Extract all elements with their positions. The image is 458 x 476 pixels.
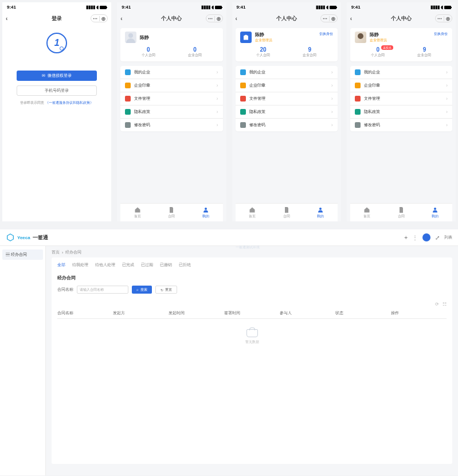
phone-login-button[interactable]: 手机号码登录	[17, 85, 97, 96]
menu-label: 文件管理	[364, 96, 380, 102]
menu-label: 文件管理	[249, 96, 265, 102]
stat-company-num: 0	[171, 46, 218, 53]
desktop-header: Yeeca 一签通 + ⋮ ⤢ 列表	[0, 229, 458, 246]
back-icon[interactable]: ‹	[350, 15, 352, 22]
wifi-icon: ◖	[212, 5, 214, 10]
menu-my-company[interactable]: 我的企业	[350, 66, 452, 79]
capsule-menu-icon[interactable]: ⋯	[206, 16, 214, 21]
reload-icon[interactable]: ⟳	[435, 302, 439, 307]
columns-icon[interactable]: ☷	[443, 302, 447, 307]
miniprogram-capsule[interactable]: ⋯ ◎	[320, 14, 338, 22]
tab-rejected[interactable]: 已拒绝	[179, 262, 191, 269]
capsule-close-icon[interactable]: ◎	[214, 16, 222, 21]
user-row: 陈静 企业管理员 切换身份	[355, 32, 448, 43]
tab-contract[interactable]: 合同	[269, 204, 303, 221]
miniprogram-capsule[interactable]: ⋯ ◎	[435, 14, 452, 22]
tab-home[interactable]: 首页	[236, 204, 269, 221]
stat-personal[interactable]: 20 个人合同	[240, 46, 287, 58]
back-icon[interactable]: ‹	[236, 15, 237, 22]
menu-label: 我的企业	[249, 69, 265, 75]
stat-company-label: 企业合同	[401, 53, 448, 58]
menu-my-company[interactable]: 我的企业	[120, 66, 222, 79]
tab-expired[interactable]: 已过期	[141, 262, 153, 269]
capsule-menu-icon[interactable]: ⋯	[321, 16, 329, 21]
back-icon[interactable]: ‹	[120, 15, 122, 22]
switch-role-link[interactable]: 切换身份	[434, 32, 448, 37]
tab-label: 我的	[317, 214, 324, 219]
tab-pending-others[interactable]: 待他人处理	[95, 262, 115, 269]
lock-icon	[355, 122, 361, 128]
capsule-menu-icon[interactable]: ⋯	[91, 16, 99, 21]
menu-privacy[interactable]: 隐私政策	[120, 106, 222, 119]
tab-mine[interactable]: 我的	[418, 204, 452, 221]
stat-personal[interactable]: 0 个人合同	[125, 46, 171, 58]
col-status: 状态	[335, 310, 391, 316]
header-menu-label[interactable]: 列表	[444, 235, 452, 240]
company-icon	[125, 69, 131, 75]
tab-all[interactable]: 全部	[57, 262, 65, 269]
folder-icon	[125, 96, 131, 102]
nav-bar: ‹ 个人中心 ⋯ ◎	[347, 12, 456, 25]
status-time: 9:41	[351, 5, 361, 10]
status-bar: 9:41 ▮▮▮▮ ◖	[347, 2, 456, 12]
menu-company-seal[interactable]: 企业印章	[120, 79, 222, 92]
menu-company-seal[interactable]: 企业印章	[236, 79, 338, 92]
tab-done[interactable]: 已完成	[122, 262, 134, 269]
reset-button[interactable]: ↻重置	[155, 286, 177, 294]
sidebar-item-contracts[interactable]: ▤ 经办合同	[2, 249, 43, 260]
miniprogram-capsule[interactable]: ⋯ ◎	[206, 14, 223, 22]
tab-label: 我的	[202, 214, 209, 219]
user-avatar[interactable]	[422, 233, 430, 241]
miniprogram-capsule[interactable]: ⋯ ◎	[91, 14, 108, 22]
menu-my-company[interactable]: 我的企业	[236, 66, 338, 79]
consent-link[interactable]: 《一签通服务协议和隐私政策》	[45, 101, 93, 104]
menu-files[interactable]: 文件管理	[120, 92, 222, 106]
contract-name-input[interactable]: 请输入合同名称	[77, 286, 128, 294]
tab-pending-me[interactable]: 待我处理	[72, 262, 88, 269]
menu-password[interactable]: 修改密码	[350, 119, 452, 131]
stat-personal[interactable]: 0 未实名 个人合同	[355, 46, 401, 58]
plus-icon[interactable]: +	[404, 235, 408, 241]
stat-company[interactable]: 9 企业合同	[401, 46, 448, 58]
signal-icon: ▮▮▮▮	[430, 5, 440, 10]
tab-home[interactable]: 首页	[350, 204, 384, 221]
expand-icon[interactable]: ⤢	[435, 235, 440, 241]
wechat-login-button[interactable]: ✉ 微信授权登录	[17, 71, 97, 81]
menu-files[interactable]: 文件管理	[350, 92, 452, 106]
search-button[interactable]: ⌕搜索	[132, 286, 152, 294]
wifi-icon: ◖	[441, 5, 443, 10]
stat-personal-num: 0	[125, 46, 171, 53]
back-icon[interactable]: ‹	[6, 15, 7, 22]
switch-role-link[interactable]: 切换身份	[319, 32, 333, 37]
menu-privacy[interactable]: 隐私政策	[236, 106, 338, 119]
menu-label: 隐私政策	[134, 109, 150, 115]
tab-label: 首页	[134, 214, 141, 219]
sidebar: ▤ 经办合同	[0, 246, 46, 475]
user-card: 陈静 企业管理员 切换身份 20 个人合同 9 企业合同	[236, 28, 338, 61]
capsule-close-icon[interactable]: ◎	[444, 16, 452, 21]
app-logo[interactable]: Yeeca 一签通	[6, 233, 48, 242]
tab-contract[interactable]: 合同	[155, 204, 189, 221]
stat-company[interactable]: 9 企业合同	[287, 46, 333, 58]
menu-password[interactable]: 修改密码	[120, 119, 222, 131]
menu-password[interactable]: 修改密码	[236, 119, 338, 131]
tab-mine[interactable]: 我的	[303, 204, 337, 221]
stat-company-num: 9	[401, 46, 448, 53]
user-subtitle: 企业管理员	[255, 38, 272, 43]
more-icon[interactable]: ⋮	[412, 235, 418, 241]
menu-label: 我的企业	[364, 69, 380, 75]
tab-contract[interactable]: 合同	[384, 204, 418, 221]
menu-privacy[interactable]: 隐私政策	[350, 106, 452, 119]
breadcrumb-root[interactable]: 首页	[52, 249, 60, 255]
stat-company[interactable]: 0 企业合同	[171, 46, 218, 58]
capsule-close-icon[interactable]: ◎	[329, 16, 337, 21]
capsule-close-icon[interactable]: ◎	[99, 16, 107, 21]
menu-files[interactable]: 文件管理	[236, 92, 338, 106]
tab-home[interactable]: 首页	[120, 204, 154, 221]
tab-mine[interactable]: 我的	[189, 204, 222, 221]
tab-revoked[interactable]: 已撤销	[160, 262, 172, 269]
capsule-menu-icon[interactable]: ⋯	[436, 16, 444, 21]
menu-company-seal[interactable]: 企业印章	[350, 79, 452, 92]
home-icon	[249, 206, 256, 213]
status-bar: 9:41 ▮▮▮▮ ◖	[2, 2, 111, 12]
